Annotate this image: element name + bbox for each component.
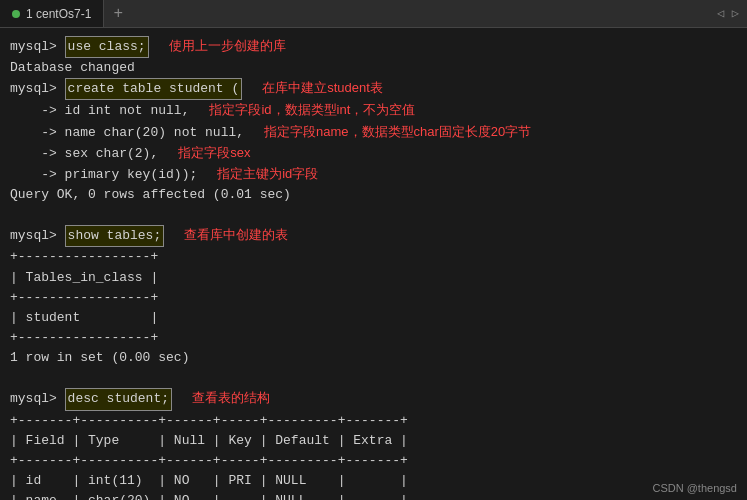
terminal-line: mysql> create table student (在库中建立studen… xyxy=(10,78,737,100)
terminal-line: | Tables_in_class | xyxy=(10,268,737,288)
terminal-line: -> primary key(id));指定主键为id字段 xyxy=(10,164,737,185)
terminal-line: | name | char(20) | NO | | NULL | | xyxy=(10,491,737,500)
tab-status-dot xyxy=(12,10,20,18)
terminal-line: | Field | Type | Null | Key | Default | … xyxy=(10,431,737,451)
watermark: CSDN @thengsd xyxy=(652,482,737,494)
terminal-line xyxy=(10,205,737,225)
terminal-line: -> id int not null,指定字段id，数据类型int，不为空值 xyxy=(10,100,737,121)
terminal-line: Query OK, 0 rows affected (0.01 sec) xyxy=(10,185,737,205)
title-bar: 1 centOs7-1 + ◁ ▷ xyxy=(0,0,747,28)
terminal-line: mysql> desc student;查看表的结构 xyxy=(10,388,737,410)
terminal-line: -> name char(20) not null,指定字段name，数据类型c… xyxy=(10,122,737,143)
nav-arrows: ◁ ▷ xyxy=(717,6,747,21)
terminal-line: mysql> use class;使用上一步创建的库 xyxy=(10,36,737,58)
terminal-line: mysql> show tables;查看库中创建的表 xyxy=(10,225,737,247)
terminal-window: 1 centOs7-1 + ◁ ▷ mysql> use class;使用上一步… xyxy=(0,0,747,500)
tab-label: 1 centOs7-1 xyxy=(26,7,91,21)
terminal-line: 1 row in set (0.00 sec) xyxy=(10,348,737,368)
terminal-tab[interactable]: 1 centOs7-1 xyxy=(0,0,104,27)
terminal-line: +-----------------+ xyxy=(10,247,737,267)
terminal-line: +-------+----------+------+-----+-------… xyxy=(10,451,737,471)
terminal-body[interactable]: mysql> use class;使用上一步创建的库Database chang… xyxy=(0,28,747,500)
terminal-line: +-----------------+ xyxy=(10,288,737,308)
terminal-line: Database changed xyxy=(10,58,737,78)
terminal-line: | id | int(11) | NO | PRI | NULL | | xyxy=(10,471,737,491)
terminal-line: -> sex char(2),指定字段sex xyxy=(10,143,737,164)
terminal-line: | student | xyxy=(10,308,737,328)
terminal-line xyxy=(10,368,737,388)
terminal-line: +-------+----------+------+-----+-------… xyxy=(10,411,737,431)
new-tab-button[interactable]: + xyxy=(104,0,132,27)
terminal-line: +-----------------+ xyxy=(10,328,737,348)
